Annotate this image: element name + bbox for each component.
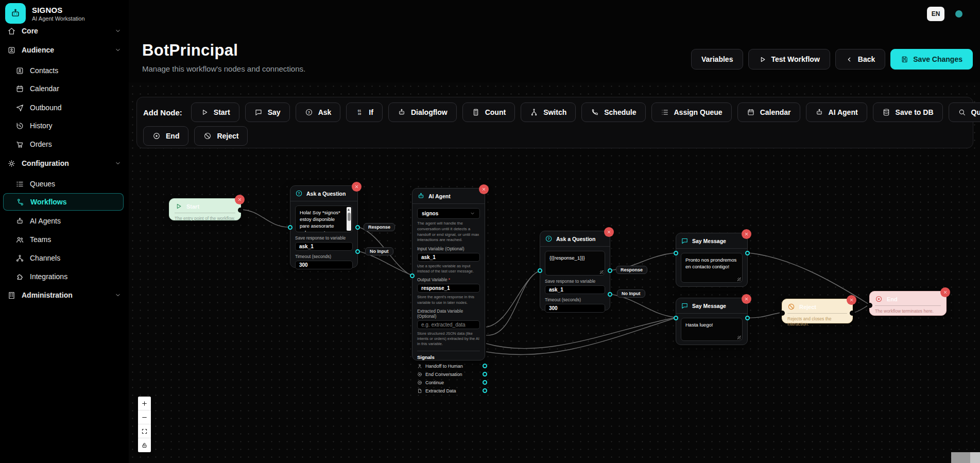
sidebar-item-administration[interactable]: Administration [3, 286, 124, 304]
node-ai-agent[interactable]: AI Agent signos The agent will handle th… [412, 188, 485, 361]
timeout-input[interactable] [295, 261, 353, 269]
message-textarea[interactable]: Hasta luego! [681, 318, 743, 341]
lock-button[interactable] [138, 438, 151, 452]
delete-node-button[interactable] [352, 182, 362, 192]
sidebar-item-outbound[interactable]: Outbound [3, 99, 124, 116]
add-calendar-node-button[interactable]: Calendar [737, 102, 800, 122]
add-start-node-button[interactable]: Start [191, 102, 239, 122]
node-say-message-2[interactable]: Say Message Hasta luego! [676, 298, 748, 345]
agent-description: The agent will handle the conversation u… [417, 221, 480, 243]
node-start[interactable]: Start The entry point of the workflow. [169, 198, 241, 220]
extracted-data-handle[interactable] [483, 388, 487, 393]
question-textarea[interactable]: Hola! Soy *signos* estoy disponible pare… [295, 205, 353, 232]
input-handle[interactable] [288, 225, 293, 230]
delete-node-button[interactable] [940, 287, 950, 297]
output-handle[interactable] [745, 251, 750, 255]
question-textarea[interactable]: {{{response_1}}} [545, 251, 605, 276]
variables-button[interactable]: Variables [691, 49, 744, 70]
input-handle[interactable] [538, 268, 542, 273]
add-save-to-db-node-button[interactable]: Save to DB [873, 102, 943, 122]
input-handle[interactable] [674, 251, 678, 255]
delete-node-button[interactable] [742, 294, 751, 304]
zoom-out-button[interactable] [138, 410, 151, 424]
add-if-node-button[interactable]: If [346, 102, 383, 122]
no-input-handle[interactable] [608, 292, 612, 297]
resize-handle[interactable] [737, 278, 741, 281]
save-response-input[interactable] [295, 242, 353, 251]
scrollbar-corner[interactable] [951, 452, 980, 463]
input-handle[interactable] [410, 273, 415, 278]
add-schedule-node-button[interactable]: Schedule [581, 102, 645, 122]
scrollbar[interactable] [347, 207, 351, 231]
agent-select[interactable]: signos [417, 208, 480, 219]
input-variable-help: Use a specific variable as input instead… [417, 264, 480, 274]
node-ask-question-2[interactable]: Ask a Question {{{response_1}}} Save res… [540, 231, 610, 311]
add-assign-queue-node-button[interactable]: Assign Queue [651, 102, 732, 122]
sidebar-item-integrations[interactable]: Integrations [3, 268, 124, 285]
output-variable-input[interactable] [417, 284, 480, 293]
delete-node-button[interactable] [742, 229, 751, 239]
sidebar-item-history[interactable]: History [3, 117, 124, 134]
language-badge[interactable]: EN [927, 7, 944, 21]
save-response-input[interactable] [545, 285, 605, 294]
response-handle[interactable] [355, 225, 360, 230]
resize-handle[interactable] [737, 336, 741, 339]
test-workflow-button[interactable]: Test Workflow [748, 49, 830, 70]
input-handle[interactable] [674, 316, 678, 320]
end-conversation-handle[interactable] [483, 372, 487, 376]
input-handle[interactable] [780, 311, 785, 316]
sidebar-item-channels[interactable]: Channels [3, 249, 124, 267]
add-count-node-button[interactable]: Count [462, 102, 515, 122]
add-say-node-button[interactable]: Say [245, 102, 290, 122]
output-handle[interactable] [850, 311, 855, 316]
resize-handle[interactable] [600, 270, 604, 274]
continue-handle[interactable] [483, 380, 487, 385]
node-ask-question-1[interactable]: Ask a Question Hola! Soy *signos* estoy … [290, 185, 358, 268]
delete-node-button[interactable] [847, 295, 856, 305]
output-handle[interactable] [238, 208, 243, 213]
sidebar-item-orders[interactable]: Orders [3, 135, 124, 153]
extracted-data-input[interactable] [417, 320, 480, 329]
add-query-db-node-button[interactable]: Query DB [949, 102, 980, 122]
response-handle[interactable] [608, 268, 612, 273]
add-ask-node-button[interactable]: Ask [296, 102, 341, 122]
input-variable-input[interactable] [417, 253, 480, 262]
zoom-in-button[interactable] [138, 397, 151, 410]
add-end-node-button[interactable]: End [143, 126, 188, 146]
sidebar-item-audience[interactable]: Audience [3, 41, 124, 59]
handoff-handle[interactable] [483, 364, 487, 368]
add-switch-node-button[interactable]: Switch [521, 102, 576, 122]
delete-node-button[interactable] [235, 195, 245, 204]
sidebar-item-core[interactable]: Core [3, 22, 124, 40]
sidebar-item-configuration[interactable]: Configuration [3, 155, 124, 172]
sidebar-item-workflows[interactable]: Workflows [3, 193, 124, 211]
node-reject[interactable]: Reject Rejects and closes the interactio… [782, 299, 853, 323]
chevron-down-icon [114, 160, 122, 167]
timeout-input[interactable] [545, 304, 605, 313]
sidebar-item-calendar[interactable]: Calendar [3, 80, 124, 97]
no-input-handle[interactable] [355, 249, 360, 254]
output-handle[interactable] [745, 316, 750, 320]
input-handle[interactable] [867, 303, 872, 308]
sidebar-item-teams[interactable]: Teams [3, 231, 124, 248]
add-reject-node-button[interactable]: Reject [194, 126, 248, 146]
node-say-message-1[interactable]: Say Message Pronto nos prondremos en con… [676, 233, 748, 287]
message-textarea[interactable]: Pronto nos prondremos en contacto contig… [681, 253, 743, 283]
sidebar-item-contacts[interactable]: Contacts [3, 62, 124, 79]
add-ai-agent-node-button[interactable]: AI Agent [806, 102, 867, 122]
add-dialogflow-node-button[interactable]: Dialogflow [388, 102, 457, 122]
header-actions: Variables Test Workflow Back Save Change… [691, 49, 973, 70]
status-dot[interactable] [955, 10, 962, 18]
fit-view-button[interactable] [138, 424, 151, 438]
save-changes-button[interactable]: Save Changes [890, 49, 973, 70]
document-icon [417, 388, 422, 393]
cart-icon [15, 140, 24, 149]
delete-node-button[interactable] [604, 227, 614, 237]
brand[interactable]: SIGNOS AI Agent Workstation [5, 3, 85, 24]
node-end[interactable]: End The workflow terminates here. [869, 291, 947, 316]
delete-node-button[interactable] [479, 184, 489, 194]
sidebar-item-queues[interactable]: Queues [3, 175, 124, 193]
question-icon [545, 235, 553, 243]
back-button[interactable]: Back [835, 49, 885, 70]
sidebar-item-ai-agents[interactable]: AI Agents [3, 212, 124, 230]
